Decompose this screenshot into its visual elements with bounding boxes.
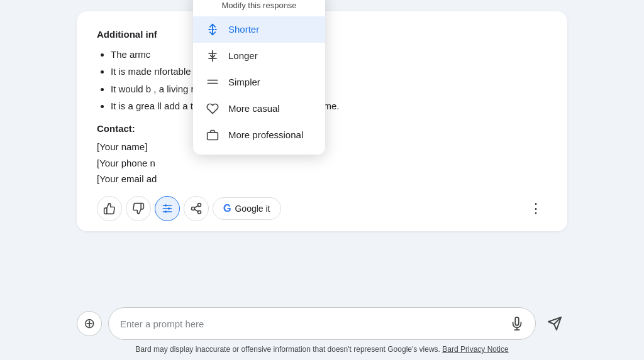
prompt-input-container bbox=[108, 307, 536, 340]
svg-point-4 bbox=[168, 207, 170, 209]
disclaimer-text: Bard may display inaccurate or offensive… bbox=[135, 345, 440, 354]
modify-icon bbox=[161, 202, 174, 215]
simpler-label: Simpler bbox=[228, 77, 260, 87]
main-container: Additional inf The armc It is made nfort… bbox=[0, 0, 644, 360]
bullet-2: It is made nfortable padded seat. bbox=[111, 63, 547, 80]
dropdown-item-shorter[interactable]: Shorter bbox=[193, 16, 325, 43]
modify-button[interactable]: Modify this response Shorter bbox=[155, 196, 180, 221]
dropdown-header: Modify this response bbox=[193, 0, 325, 15]
mic-icon bbox=[510, 317, 524, 330]
more-casual-icon bbox=[206, 102, 219, 116]
bullet-3: It would b , a living room, or a bedroom… bbox=[111, 81, 547, 97]
thumbs-up-button[interactable] bbox=[97, 196, 122, 221]
dropdown-item-simpler[interactable]: Simpler bbox=[193, 69, 325, 95]
input-row: ⊕ bbox=[77, 307, 567, 340]
dropdown-item-more-professional[interactable]: More professional bbox=[193, 122, 325, 148]
svg-point-3 bbox=[165, 204, 167, 206]
bullet-4: It is a grea ll add a touch of vintage s… bbox=[111, 98, 547, 114]
action-bar: Modify this response Shorter bbox=[97, 196, 547, 221]
more-options-icon: ⋮ bbox=[529, 200, 543, 217]
send-icon bbox=[547, 316, 562, 331]
svg-line-17 bbox=[194, 209, 198, 211]
thumbs-down-button[interactable] bbox=[126, 196, 151, 221]
shorter-label: Shorter bbox=[228, 24, 259, 35]
add-button[interactable]: ⊕ bbox=[77, 311, 102, 336]
google-logo: G bbox=[223, 203, 231, 214]
share-button[interactable] bbox=[184, 196, 209, 221]
more-professional-icon bbox=[206, 128, 219, 142]
thumbs-up-icon bbox=[103, 202, 116, 215]
svg-point-5 bbox=[165, 210, 167, 212]
bottom-area: ⊕ Bar bbox=[0, 296, 644, 360]
google-it-button[interactable]: G Google it bbox=[213, 197, 281, 220]
add-icon: ⊕ bbox=[84, 315, 95, 332]
prompt-input[interactable] bbox=[120, 319, 504, 329]
send-button[interactable] bbox=[542, 311, 567, 336]
more-casual-label: More casual bbox=[228, 103, 280, 114]
bard-privacy-link[interactable]: Bard Privacy Notice bbox=[442, 345, 508, 354]
google-it-label: Google it bbox=[235, 204, 270, 214]
share-icon bbox=[190, 202, 203, 215]
contact-line-3: [Your email ad bbox=[97, 171, 547, 187]
contact-line-2: [Your phone n bbox=[97, 155, 547, 172]
longer-label: Longer bbox=[228, 50, 258, 61]
modify-dropdown: Modify this response Shorter bbox=[193, 0, 325, 155]
svg-rect-13 bbox=[208, 132, 218, 139]
mic-button[interactable] bbox=[510, 317, 524, 330]
dropdown-item-more-casual[interactable]: More casual bbox=[193, 95, 325, 122]
content-card: Additional inf The armc It is made nfort… bbox=[77, 11, 567, 231]
more-professional-label: More professional bbox=[228, 129, 303, 140]
more-options-button[interactable]: ⋮ bbox=[525, 197, 547, 220]
longer-icon bbox=[206, 49, 219, 63]
simpler-icon bbox=[206, 75, 219, 89]
bullet-1: The armc bbox=[111, 46, 547, 63]
dropdown-item-longer[interactable]: Longer bbox=[193, 43, 325, 69]
disclaimer: Bard may display inaccurate or offensive… bbox=[135, 345, 508, 354]
svg-line-18 bbox=[194, 205, 198, 207]
thumbs-down-icon bbox=[132, 202, 145, 215]
shorter-icon bbox=[206, 23, 219, 36]
